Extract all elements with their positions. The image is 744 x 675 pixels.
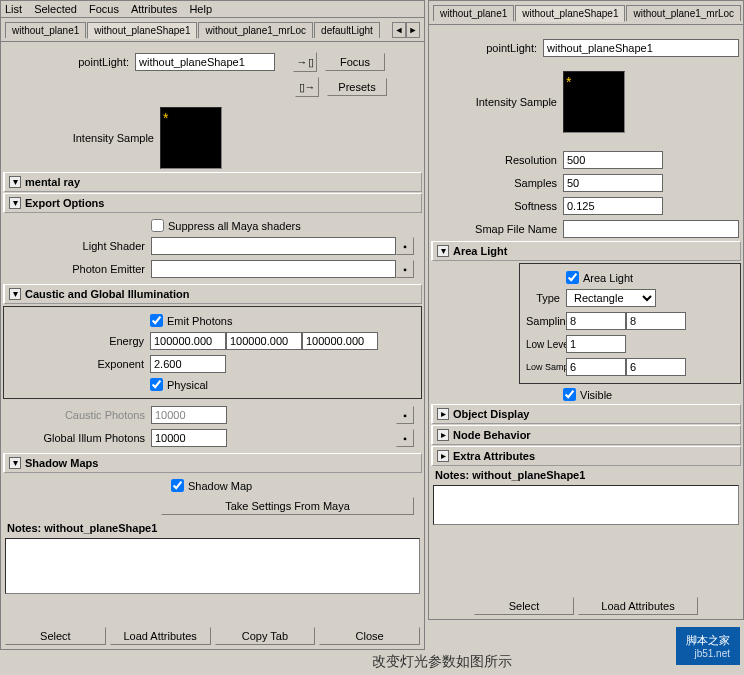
pointlight-label: pointLight:	[5, 56, 135, 68]
softness-input[interactable]	[563, 197, 663, 215]
notes-label-right: Notes: without_planeShape1	[429, 467, 743, 483]
exponent-input[interactable]	[150, 355, 226, 373]
map-button-icon[interactable]: ▪	[396, 260, 414, 278]
load-attributes-button[interactable]: Load Attributes	[110, 627, 211, 645]
select-button-r[interactable]: Select	[474, 597, 574, 615]
presets-button[interactable]: Presets	[327, 78, 387, 96]
physical-checkbox[interactable]: Physical	[150, 378, 208, 391]
low-level-label: Low Level	[526, 339, 566, 350]
collapse-icon[interactable]: ▾	[9, 176, 21, 188]
energy-b-input[interactable]	[302, 332, 378, 350]
photon-emitter-input[interactable]	[151, 260, 396, 278]
pointlight-name-input-r[interactable]	[543, 39, 739, 57]
tab-without-planeshape1-r[interactable]: without_planeShape1	[515, 5, 625, 22]
low-sampling-u-input[interactable]	[566, 358, 626, 376]
type-select[interactable]: Rectangle	[566, 289, 656, 307]
tab-row-left: without_plane1 without_planeShape1 witho…	[1, 18, 424, 42]
energy-g-input[interactable]	[226, 332, 302, 350]
tab-without-plane1[interactable]: without_plane1	[5, 22, 86, 38]
tab-scroll-left-icon[interactable]: ◄	[392, 22, 406, 38]
smap-input[interactable]	[563, 220, 739, 238]
section-area-light[interactable]: ▾ Area Light	[431, 241, 741, 261]
tab-without-planeshape1[interactable]: without_planeShape1	[87, 22, 197, 39]
section-caustic[interactable]: ▾ Caustic and Global Illumination	[3, 284, 422, 304]
menu-help[interactable]: Help	[189, 3, 212, 15]
annotation-text: 改变灯光参数如图所示	[200, 653, 684, 671]
left-attribute-editor: List Selected Focus Attributes Help with…	[0, 0, 425, 650]
expand-icon[interactable]: ▸	[437, 429, 449, 441]
sampling-label: Sampling	[526, 315, 566, 327]
notes-label-left: Notes: without_planeShape1	[1, 520, 424, 536]
shadow-map-checkbox[interactable]: Shadow Map	[171, 479, 252, 492]
type-label: Type	[526, 292, 566, 304]
intensity-sample-label-r: Intensity Sample	[433, 96, 563, 108]
energy-label: Energy	[10, 335, 150, 347]
close-button[interactable]: Close	[319, 627, 420, 645]
take-settings-button[interactable]: Take Settings From Maya	[161, 497, 414, 515]
suppress-shaders-checkbox[interactable]: Suppress all Maya shaders	[151, 219, 301, 232]
select-button[interactable]: Select	[5, 627, 106, 645]
tab-scroll-right-icon[interactable]: ►	[406, 22, 420, 38]
section-extra-attributes[interactable]: ▸Extra Attributes	[431, 446, 741, 466]
resolution-input[interactable]	[563, 151, 663, 169]
sampling-u-input[interactable]	[566, 312, 626, 330]
goto-output-icon[interactable]: ▯→	[295, 77, 319, 97]
caustic-photons-input	[151, 406, 227, 424]
intensity-sample-label: Intensity Sample	[5, 132, 160, 144]
menu-focus[interactable]: Focus	[89, 3, 119, 15]
smap-label: Smap File Name	[433, 223, 563, 235]
tab-mrloc[interactable]: without_plane1_mrLoc	[198, 22, 313, 38]
sampling-v-input[interactable]	[626, 312, 686, 330]
energy-r-input[interactable]	[150, 332, 226, 350]
section-export-options[interactable]: ▾ Export Options	[3, 193, 422, 213]
low-level-input[interactable]	[566, 335, 626, 353]
samples-input[interactable]	[563, 174, 663, 192]
caustic-photons-label: Caustic Photons	[11, 409, 151, 421]
copy-tab-button[interactable]: Copy Tab	[215, 627, 316, 645]
tab-defaultlight[interactable]: defaultLight	[314, 22, 380, 38]
light-shader-input[interactable]	[151, 237, 396, 255]
footer-left: Select Load Attributes Copy Tab Close	[5, 627, 420, 645]
tab-mrloc-r[interactable]: without_plane1_mrLoc	[626, 5, 741, 21]
menu-selected[interactable]: Selected	[34, 3, 77, 15]
low-sampling-v-input[interactable]	[626, 358, 686, 376]
visible-checkbox[interactable]: Visible	[563, 388, 612, 401]
photon-emitter-label: Photon Emitter	[11, 263, 151, 275]
focus-button[interactable]: Focus	[325, 53, 385, 71]
pointlight-label-r: pointLight:	[433, 42, 543, 54]
section-object-display[interactable]: ▸Object Display	[431, 404, 741, 424]
light-shader-label: Light Shader	[11, 240, 151, 252]
area-light-highlight-group: Area Light Type Rectangle Sampling Low L…	[519, 263, 741, 384]
goto-input-icon[interactable]: →▯	[293, 52, 317, 72]
emit-photons-checkbox[interactable]: Emit Photons	[150, 314, 232, 327]
notes-textarea-left[interactable]	[5, 538, 420, 594]
expand-icon[interactable]: ▸	[437, 408, 449, 420]
intensity-sample-swatch[interactable]	[160, 107, 222, 169]
expand-icon[interactable]: ▸	[437, 450, 449, 462]
menu-list[interactable]: List	[5, 3, 22, 15]
section-mental-ray[interactable]: ▾ mental ray	[3, 172, 422, 192]
collapse-icon[interactable]: ▾	[437, 245, 449, 257]
section-shadow-maps[interactable]: ▾ Shadow Maps	[3, 453, 422, 473]
menu-attributes[interactable]: Attributes	[131, 3, 177, 15]
collapse-icon[interactable]: ▾	[9, 197, 21, 209]
area-light-checkbox[interactable]: Area Light	[566, 271, 633, 284]
map-button-icon[interactable]: ▪	[396, 429, 414, 447]
softness-label: Softness	[433, 200, 563, 212]
footer-right: Select Load Attributes	[433, 597, 739, 615]
intensity-sample-swatch-r[interactable]	[563, 71, 625, 133]
collapse-icon[interactable]: ▾	[9, 457, 21, 469]
notes-textarea-right[interactable]	[433, 485, 739, 525]
watermark: 脚本之家 jb51.net	[676, 627, 740, 665]
pointlight-name-input[interactable]	[135, 53, 275, 71]
menubar: List Selected Focus Attributes Help	[1, 1, 424, 18]
map-button-icon[interactable]: ▪	[396, 406, 414, 424]
map-button-icon[interactable]: ▪	[396, 237, 414, 255]
global-illum-input[interactable]	[151, 429, 227, 447]
tab-without-plane1-r[interactable]: without_plane1	[433, 5, 514, 21]
collapse-icon[interactable]: ▾	[9, 288, 21, 300]
load-attributes-button-r[interactable]: Load Attributes	[578, 597, 698, 615]
exponent-label: Exponent	[10, 358, 150, 370]
samples-label: Samples	[433, 177, 563, 189]
section-node-behavior[interactable]: ▸Node Behavior	[431, 425, 741, 445]
